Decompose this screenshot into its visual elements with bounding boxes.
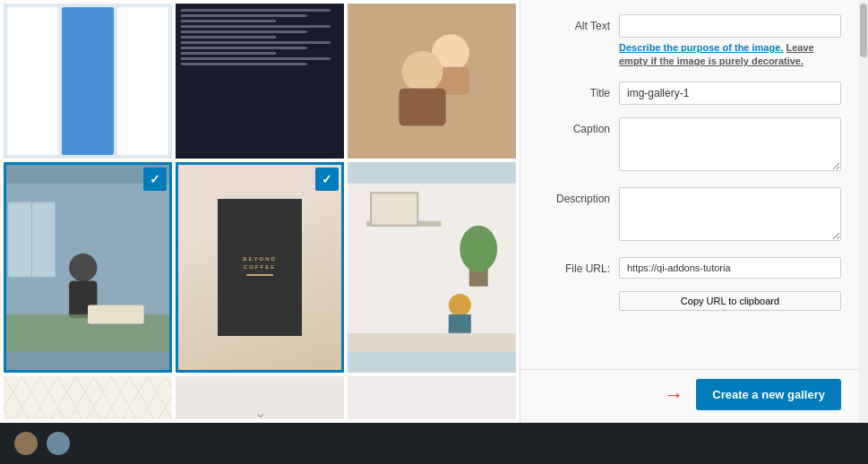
- media-item[interactable]: ✓: [4, 162, 172, 374]
- description-control: [619, 187, 841, 245]
- copy-url-button[interactable]: Copy URL to clipboard: [619, 291, 841, 311]
- caption-control: [619, 117, 841, 175]
- media-panel: ✓ BEYONDCOFFEE ✓: [0, 0, 520, 423]
- avatar-1: [14, 432, 38, 455]
- scrollbar-thumb: [860, 4, 867, 57]
- file-url-control: [619, 257, 841, 279]
- svg-rect-4: [399, 89, 445, 126]
- alt-text-row: Alt Text Describe the purpose of the ima…: [538, 14, 841, 69]
- media-grid: ✓ BEYONDCOFFEE ✓: [0, 0, 520, 423]
- media-grid-wrapper: ✓ BEYONDCOFFEE ✓: [0, 0, 520, 423]
- title-row: Title: [538, 82, 841, 105]
- right-scrollbar[interactable]: [859, 0, 868, 423]
- svg-point-3: [402, 51, 443, 92]
- caption-label: Caption: [538, 117, 619, 135]
- svg-point-16: [460, 226, 497, 272]
- media-item-selected[interactable]: BEYONDCOFFEE ✓: [176, 162, 344, 374]
- description-label: Description: [538, 187, 619, 205]
- svg-point-8: [69, 253, 97, 281]
- alt-text-control: Describe the purpose of the image. Leave…: [619, 14, 841, 69]
- details-scroll-area[interactable]: Alt Text Describe the purpose of the ima…: [520, 0, 859, 369]
- plain-thumb-2: [348, 376, 516, 419]
- scroll-down-indicator: ⌄: [254, 404, 266, 421]
- alt-text-hint: Describe the purpose of the image. Leave…: [619, 41, 841, 69]
- create-gallery-button[interactable]: Create a new gallery: [696, 379, 841, 410]
- alt-text-hint-bold: Describe the purpose of the image.: [619, 42, 783, 53]
- file-url-input[interactable]: [619, 257, 841, 279]
- media-item[interactable]: [348, 162, 516, 374]
- copy-url-row: Copy URL to clipboard: [538, 291, 841, 311]
- description-input[interactable]: [619, 187, 841, 241]
- hex-thumb: [4, 376, 172, 419]
- caption-input[interactable]: [619, 117, 841, 171]
- selected-check-icon: ✓: [315, 168, 339, 191]
- svg-rect-14: [371, 193, 417, 226]
- file-url-label: File URL:: [538, 257, 619, 275]
- person-thumb: [4, 162, 172, 374]
- media-item[interactable]: [348, 376, 516, 419]
- caption-row: Caption: [538, 117, 841, 175]
- description-row: Description: [538, 187, 841, 245]
- people-thumb: [348, 4, 516, 159]
- room-thumb: [348, 162, 516, 374]
- coffee-thumb: BEYONDCOFFEE: [176, 162, 344, 374]
- title-input[interactable]: [619, 82, 841, 105]
- file-url-row: File URL:: [538, 257, 841, 279]
- code-thumb: [176, 4, 344, 159]
- media-item[interactable]: [348, 4, 516, 159]
- svg-point-17: [449, 294, 471, 316]
- details-footer: → Create a new gallery: [520, 369, 859, 423]
- avatar-2: [47, 432, 70, 455]
- svg-rect-18: [449, 314, 471, 333]
- main-container: ✓ BEYONDCOFFEE ✓: [0, 0, 868, 423]
- media-item[interactable]: [4, 376, 172, 419]
- details-panel: Alt Text Describe the purpose of the ima…: [520, 0, 859, 423]
- media-item[interactable]: [4, 4, 172, 159]
- bottom-toolbar: [0, 423, 868, 464]
- design-mockup-thumb: [4, 4, 172, 159]
- svg-rect-11: [88, 305, 144, 323]
- alt-text-label: Alt Text: [538, 14, 619, 32]
- title-label: Title: [538, 82, 619, 99]
- alt-text-input[interactable]: [619, 14, 841, 38]
- svg-rect-19: [348, 333, 516, 352]
- title-control: [619, 82, 841, 105]
- media-item[interactable]: [176, 4, 344, 159]
- selected-check-icon: ✓: [143, 168, 167, 191]
- arrow-icon: →: [664, 383, 683, 407]
